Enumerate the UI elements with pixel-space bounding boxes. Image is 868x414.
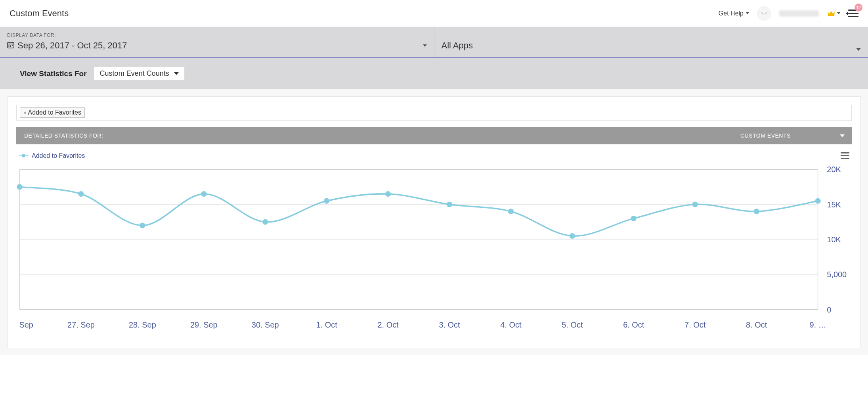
svg-rect-8: [12, 45, 13, 46]
svg-text:7. Oct: 7. Oct: [684, 320, 706, 329]
svg-text:29. Sep: 29. Sep: [190, 320, 218, 329]
svg-text:26. Sep: 26. Sep: [16, 320, 33, 329]
svg-point-33: [815, 198, 820, 204]
svg-rect-6: [9, 45, 10, 46]
chevron-down-icon: [423, 44, 427, 47]
triangle-left-icon: [846, 12, 848, 15]
svg-text:30. Sep: 30. Sep: [252, 320, 279, 329]
legend-item[interactable]: Added to Favorites: [19, 152, 85, 159]
svg-text:2. Oct: 2. Oct: [377, 320, 399, 329]
svg-text:0: 0: [827, 305, 831, 314]
page-title: Custom Events: [10, 8, 69, 19]
event-filter-input[interactable]: × Added to Favorites: [16, 105, 852, 121]
svg-point-25: [324, 198, 329, 204]
chevron-down-icon: [746, 12, 749, 14]
avatar[interactable]: [757, 6, 771, 21]
main-menu-button[interactable]: 12: [848, 8, 858, 19]
svg-text:27. Sep: 27. Sep: [67, 320, 95, 329]
svg-text:5,000: 5,000: [827, 270, 847, 279]
get-help-menu[interactable]: Get Help: [719, 10, 749, 17]
svg-text:4. Oct: 4. Oct: [500, 320, 522, 329]
svg-text:8. Oct: 8. Oct: [746, 320, 767, 329]
filter-zone: DISPLAY DATA FOR:: [0, 27, 868, 89]
chart: 05,00010K15K20K26. Sep27. Sep28. Sep29. …: [16, 164, 852, 339]
topbar: Custom Events Get Help 12: [0, 0, 868, 27]
stats-type-select[interactable]: Custom Event Counts: [94, 67, 185, 80]
svg-point-21: [78, 191, 84, 197]
crown-icon: [827, 10, 835, 17]
caret-down-icon: [174, 72, 179, 75]
chart-menu-button[interactable]: [841, 151, 849, 161]
filter-chip-label: Added to Favorites: [28, 109, 81, 116]
legend-label: Added to Favorites: [32, 152, 85, 159]
filter-chip: × Added to Favorites: [20, 107, 85, 118]
svg-text:5. Oct: 5. Oct: [562, 320, 583, 329]
svg-point-31: [692, 201, 698, 207]
svg-text:9. …: 9. …: [809, 320, 826, 329]
svg-point-23: [201, 191, 206, 197]
svg-point-30: [631, 216, 637, 221]
legend-marker-icon: [19, 154, 29, 157]
text-cursor: [89, 109, 89, 117]
svg-text:1. Oct: 1. Oct: [316, 320, 338, 329]
svg-point-28: [508, 209, 514, 214]
svg-rect-10: [10, 46, 11, 47]
svg-point-29: [570, 233, 575, 239]
crown-menu[interactable]: [827, 10, 840, 17]
svg-point-1: [766, 12, 767, 13]
view-stats-label: View Statistics For: [20, 69, 87, 78]
caret-down-icon: [856, 48, 861, 51]
detailed-stats-label: DETAILED STATISTICS FOR:: [16, 127, 733, 144]
custom-events-dropdown[interactable]: CUSTOM EVENTS: [733, 127, 852, 144]
svg-text:3. Oct: 3. Oct: [439, 320, 460, 329]
display-data-label: DISPLAY DATA FOR:: [7, 33, 427, 38]
stats-card: × Added to Favorites DETAILED STATISTICS…: [7, 96, 861, 348]
svg-text:10K: 10K: [827, 235, 841, 244]
svg-rect-9: [9, 46, 10, 47]
svg-point-20: [17, 184, 22, 190]
topbar-right: Get Help 12: [719, 6, 858, 21]
svg-point-0: [762, 12, 763, 13]
chevron-down-icon: [837, 12, 840, 14]
smile-icon: [761, 12, 768, 15]
date-range-value: Sep 26, 2017 - Oct 25, 2017: [17, 40, 127, 51]
apps-filter[interactable]: All Apps: [434, 27, 868, 57]
caret-down-icon: [840, 134, 845, 137]
chart-zone: Added to Favorites 05,00010K15K20K26. Se…: [8, 144, 860, 348]
stats-type-value: Custom Event Counts: [100, 69, 169, 78]
svg-point-27: [447, 201, 452, 207]
svg-point-24: [262, 219, 268, 225]
svg-point-26: [385, 191, 391, 197]
get-help-label: Get Help: [719, 10, 744, 17]
calendar-icon: [7, 40, 14, 51]
custom-events-dropdown-label: CUSTOM EVENTS: [740, 132, 791, 139]
svg-point-32: [753, 209, 759, 214]
date-range-filter[interactable]: DISPLAY DATA FOR:: [0, 27, 434, 57]
view-stats-row: View Statistics For Custom Event Counts: [0, 58, 868, 89]
svg-text:20K: 20K: [827, 165, 841, 174]
svg-text:6. Oct: 6. Oct: [623, 320, 644, 329]
filter-row: DISPLAY DATA FOR:: [0, 27, 868, 58]
svg-text:15K: 15K: [827, 200, 841, 209]
svg-text:28. Sep: 28. Sep: [129, 320, 156, 329]
svg-point-22: [140, 222, 145, 228]
notification-badge: 12: [855, 4, 862, 12]
detailed-stats-header: DETAILED STATISTICS FOR: CUSTOM EVENTS: [16, 127, 852, 144]
apps-filter-value: All Apps: [442, 40, 473, 51]
remove-chip-button[interactable]: ×: [23, 110, 27, 116]
user-name-blurred: [779, 10, 819, 17]
svg-rect-7: [10, 45, 11, 46]
